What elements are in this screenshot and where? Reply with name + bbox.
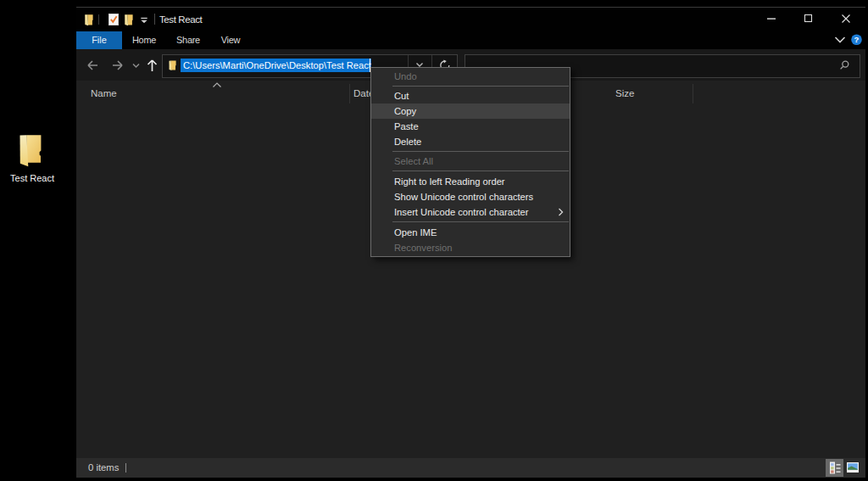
svg-text:?: ? (854, 35, 860, 44)
